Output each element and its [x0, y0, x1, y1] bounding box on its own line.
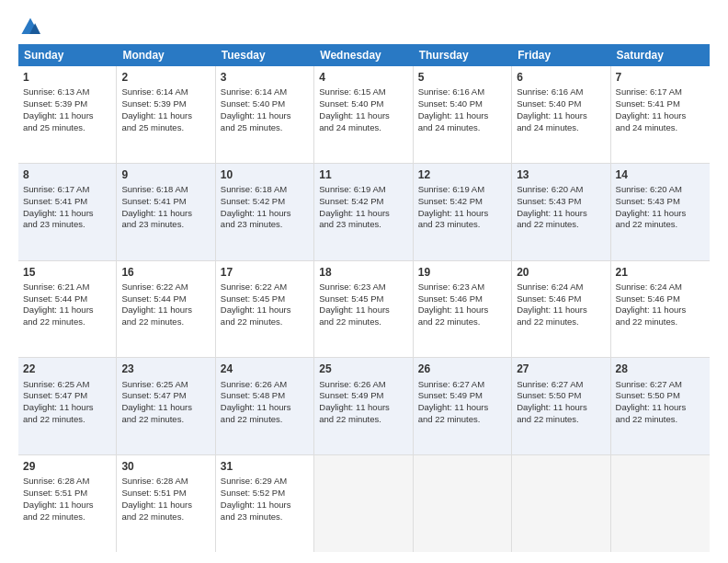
cell-text: and 23 minutes. — [418, 219, 506, 231]
day-number: 2 — [121, 70, 210, 85]
cell-text: Sunset: 5:42 PM — [418, 196, 506, 208]
cell-text: Sunrise: 6:24 AM — [517, 282, 605, 293]
cell-text: Sunrise: 6:29 AM — [221, 476, 309, 488]
day-number: 11 — [319, 167, 407, 182]
day-number: 29 — [23, 459, 111, 474]
cell-text: Daylight: 11 hours — [517, 402, 605, 414]
cell-text: Sunrise: 6:24 AM — [616, 282, 705, 293]
cell-text: and 22 minutes. — [23, 414, 111, 426]
cell-text: Sunrise: 6:22 AM — [121, 282, 210, 293]
calendar-cell: 11Sunrise: 6:19 AMSunset: 5:42 PMDayligh… — [314, 164, 413, 260]
calendar-cell: 10Sunrise: 6:18 AMSunset: 5:42 PMDayligh… — [216, 164, 314, 260]
cell-text: Sunset: 5:40 PM — [418, 98, 506, 110]
cell-text: Sunset: 5:45 PM — [319, 293, 407, 305]
cell-text: and 22 minutes. — [121, 414, 210, 426]
cell-text: Sunset: 5:40 PM — [319, 98, 407, 110]
cell-text: and 22 minutes. — [23, 316, 111, 328]
cell-text: Sunrise: 6:16 AM — [517, 86, 605, 98]
day-number: 17 — [221, 265, 309, 280]
cell-text: Sunset: 5:42 PM — [221, 196, 309, 208]
calendar-cell: 2Sunrise: 6:14 AMSunset: 5:39 PMDaylight… — [117, 66, 215, 163]
cell-text: Daylight: 11 hours — [517, 110, 605, 122]
day-number: 28 — [616, 362, 705, 376]
day-number: 12 — [418, 167, 506, 182]
calendar-cell: 31Sunrise: 6:29 AMSunset: 5:52 PMDayligh… — [216, 455, 314, 552]
calendar-cell: 30Sunrise: 6:28 AMSunset: 5:51 PMDayligh… — [117, 455, 215, 552]
calendar-cell: 22Sunrise: 6:25 AMSunset: 5:47 PMDayligh… — [18, 358, 117, 454]
calendar-row: 15Sunrise: 6:21 AMSunset: 5:44 PMDayligh… — [18, 261, 710, 359]
cell-text: and 24 minutes. — [319, 122, 407, 134]
day-number: 26 — [418, 362, 506, 376]
cell-text: Sunrise: 6:22 AM — [221, 282, 309, 293]
cell-text: Sunset: 5:41 PM — [616, 98, 705, 110]
day-number: 15 — [23, 265, 111, 280]
cell-text: and 22 minutes. — [616, 316, 705, 328]
cell-text: Daylight: 11 hours — [121, 500, 210, 511]
cell-text: Sunset: 5:50 PM — [616, 390, 705, 402]
cell-text: Daylight: 11 hours — [221, 304, 309, 316]
cell-text: Daylight: 11 hours — [221, 500, 309, 511]
cell-text: Sunrise: 6:18 AM — [221, 184, 309, 196]
cell-text: Sunset: 5:39 PM — [23, 98, 111, 110]
day-number: 20 — [517, 265, 605, 280]
cell-text: and 22 minutes. — [616, 219, 705, 231]
cell-text: and 23 minutes. — [23, 219, 111, 231]
cell-text: Daylight: 11 hours — [319, 304, 407, 316]
cell-text: and 22 minutes. — [221, 316, 309, 328]
calendar-cell: 1Sunrise: 6:13 AMSunset: 5:39 PMDaylight… — [18, 66, 117, 163]
calendar-cell: 4Sunrise: 6:15 AMSunset: 5:40 PMDaylight… — [314, 66, 413, 163]
calendar-cell: 7Sunrise: 6:17 AMSunset: 5:41 PMDaylight… — [611, 66, 710, 163]
cell-text: Daylight: 11 hours — [517, 208, 605, 220]
calendar-cell: 23Sunrise: 6:25 AMSunset: 5:47 PMDayligh… — [117, 358, 215, 454]
cell-text: Daylight: 11 hours — [616, 208, 705, 220]
cell-text: and 22 minutes. — [616, 414, 705, 426]
header — [18, 17, 710, 37]
cell-text: Sunset: 5:41 PM — [121, 196, 210, 208]
header-day: Monday — [117, 44, 215, 66]
cell-text: and 25 minutes. — [121, 122, 210, 134]
cell-text: Sunset: 5:40 PM — [517, 98, 605, 110]
cell-text: Daylight: 11 hours — [616, 304, 705, 316]
cell-text: and 23 minutes. — [121, 219, 210, 231]
calendar-cell: 9Sunrise: 6:18 AMSunset: 5:41 PMDaylight… — [117, 164, 215, 260]
day-number: 30 — [121, 459, 210, 474]
day-number: 16 — [121, 265, 210, 280]
calendar-cell: 20Sunrise: 6:24 AMSunset: 5:46 PMDayligh… — [512, 261, 610, 358]
cell-text: Daylight: 11 hours — [319, 402, 407, 414]
day-number: 10 — [221, 167, 309, 182]
cell-text: and 22 minutes. — [517, 414, 605, 426]
cell-text: Sunset: 5:49 PM — [418, 390, 506, 402]
calendar-cell: 18Sunrise: 6:23 AMSunset: 5:45 PMDayligh… — [314, 261, 413, 358]
cell-text: and 22 minutes. — [121, 316, 210, 328]
calendar-cell: 3Sunrise: 6:14 AMSunset: 5:40 PMDaylight… — [216, 66, 314, 163]
cell-text: Daylight: 11 hours — [517, 304, 605, 316]
empty-cell — [512, 455, 610, 552]
cell-text: and 22 minutes. — [517, 316, 605, 328]
page: SundayMondayTuesdayWednesdayThursdayFrid… — [0, 0, 728, 563]
cell-text: Sunrise: 6:27 AM — [517, 379, 605, 391]
header-day: Sunday — [18, 44, 117, 66]
cell-text: Daylight: 11 hours — [319, 110, 407, 122]
day-number: 9 — [121, 167, 210, 182]
cell-text: and 22 minutes. — [23, 511, 111, 523]
cell-text: Sunset: 5:46 PM — [616, 293, 705, 305]
day-number: 13 — [517, 167, 605, 182]
cell-text: Sunset: 5:45 PM — [221, 293, 309, 305]
calendar-cell: 5Sunrise: 6:16 AMSunset: 5:40 PMDaylight… — [414, 66, 512, 163]
cell-text: Sunrise: 6:17 AM — [616, 86, 705, 98]
cell-text: Sunrise: 6:25 AM — [121, 379, 210, 391]
day-number: 18 — [319, 265, 407, 280]
calendar-cell: 25Sunrise: 6:26 AMSunset: 5:49 PMDayligh… — [314, 358, 413, 454]
empty-cell — [611, 455, 710, 552]
cell-text: Daylight: 11 hours — [121, 402, 210, 414]
cell-text: Sunset: 5:44 PM — [121, 293, 210, 305]
cell-text: Daylight: 11 hours — [23, 110, 111, 122]
cell-text: Sunset: 5:51 PM — [121, 488, 210, 500]
day-number: 7 — [616, 70, 705, 85]
cell-text: and 22 minutes. — [221, 414, 309, 426]
cell-text: and 24 minutes. — [418, 122, 506, 134]
cell-text: Daylight: 11 hours — [616, 110, 705, 122]
cell-text: Sunrise: 6:19 AM — [418, 184, 506, 196]
cell-text: Daylight: 11 hours — [418, 208, 506, 220]
cell-text: and 23 minutes. — [221, 219, 309, 231]
